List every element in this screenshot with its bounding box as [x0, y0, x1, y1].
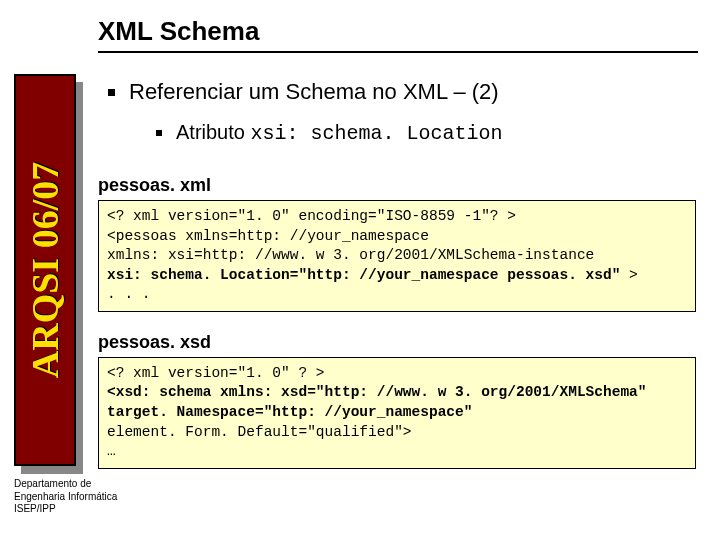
code2-label: pessoas. xsd: [98, 332, 698, 353]
bullet2-text: Atributo xsi: schema. Location: [176, 121, 503, 145]
sidebar: ARQSI 06/07: [14, 74, 76, 466]
code1-l4a: xsi: schema. Location="http: //your_name…: [107, 267, 620, 283]
code1-l1: <? xml version="1. 0" encoding="ISO-8859…: [107, 208, 516, 224]
footer-line3: ISEP/IPP: [14, 503, 117, 516]
code1-l5: . . .: [107, 286, 151, 302]
bullet1-prefix: Referenciar um Schema no XML: [129, 79, 447, 104]
code1-box: <? xml version="1. 0" encoding="ISO-8859…: [98, 200, 696, 312]
code2-l5: …: [107, 443, 116, 459]
sidebar-text: ARQSI 06/07: [23, 162, 67, 378]
bullet-dot-icon: [156, 130, 162, 136]
code1-l3: xmlns: xsi=http: //www. w 3. org/2001/XM…: [107, 247, 594, 263]
bullet-level2: Atributo xsi: schema. Location: [156, 121, 698, 145]
code2-l3: target. Namespace="http: //your_namespac…: [107, 404, 472, 420]
code2-box: <? xml version="1. 0" ? > <xsd: schema x…: [98, 357, 696, 469]
bullet2-code: xsi: schema. Location: [250, 122, 502, 145]
code1-l2: <pessoas xmlns=http: //your_namespace: [107, 228, 429, 244]
code2-l1: <? xml version="1. 0" ? >: [107, 365, 325, 381]
bullet1-text: Referenciar um Schema no XML – (2): [129, 79, 499, 105]
content: XML Schema Referenciar um Schema no XML …: [98, 16, 698, 489]
bullet1-suffix: – (2): [447, 79, 498, 104]
bullet-dot-icon: [108, 89, 115, 96]
bullet-level1: Referenciar um Schema no XML – (2): [108, 79, 698, 105]
title-rule: [98, 51, 698, 53]
code1-label: pessoas. xml: [98, 175, 698, 196]
bullet2-prefix: Atributo: [176, 121, 250, 143]
code2-l4: element. Form. Default="qualified">: [107, 424, 412, 440]
code1-l4b: >: [620, 267, 637, 283]
page-title: XML Schema: [98, 16, 698, 47]
code2-l2: <xsd: schema xmlns: xsd="http: //www. w …: [107, 384, 647, 400]
footer-line2: Engenharia Informática: [14, 491, 117, 504]
slide: ARQSI 06/07 Departamento de Engenharia I…: [0, 0, 720, 540]
